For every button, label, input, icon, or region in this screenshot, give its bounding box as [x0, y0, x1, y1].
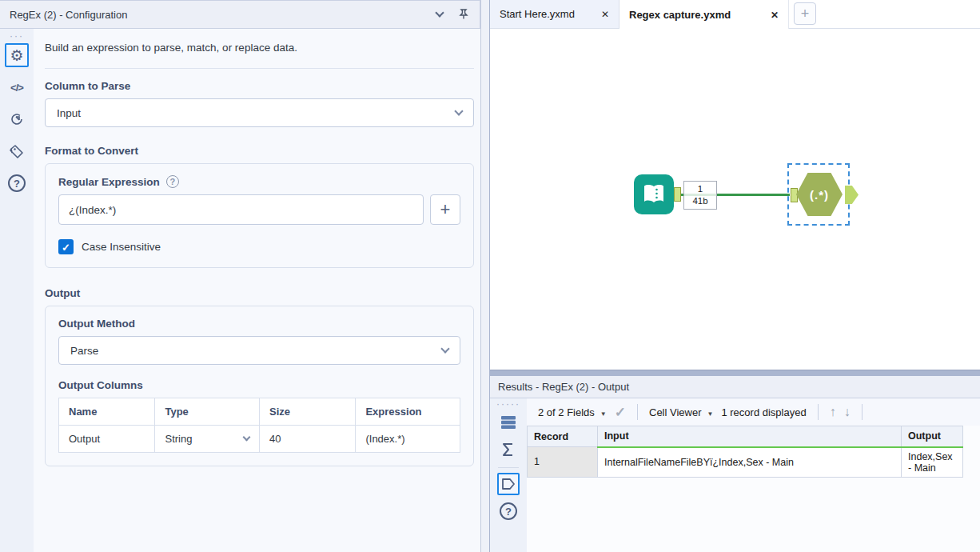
- input-value-cell[interactable]: InternalFileNameFileBYï¿Index,Sex - Main: [598, 447, 902, 478]
- results-splitter[interactable]: [490, 370, 980, 376]
- output-type-value: String: [165, 433, 192, 445]
- results-row: 1 InternalFileNameFileBYï¿Index,Sex - Ma…: [528, 447, 963, 478]
- tab-label: Regex capture.yxmd: [629, 9, 731, 21]
- code-icon[interactable]: </>: [5, 75, 29, 99]
- col-header-type: Type: [155, 398, 260, 426]
- help-icon[interactable]: ?: [497, 500, 520, 522]
- output-value-cell[interactable]: Index,Sex - Main: [902, 447, 963, 478]
- format-to-convert-label: Format to Convert: [45, 145, 474, 157]
- grip-dots-icon[interactable]: ·····: [496, 400, 520, 408]
- config-description: Build an expression to parse, match, or …: [45, 42, 474, 54]
- cell-viewer-dropdown[interactable]: Cell Viewer: [649, 406, 713, 418]
- output-method-label: Output Method: [58, 318, 460, 330]
- output-method-value: Parse: [70, 345, 98, 357]
- record-number-cell[interactable]: 1: [528, 447, 598, 478]
- new-tab-button[interactable]: [794, 2, 816, 25]
- close-icon[interactable]: [771, 9, 779, 21]
- grip-dots-icon[interactable]: ···: [10, 32, 24, 40]
- results-icon-strip: ····· ?: [490, 398, 527, 552]
- divider: [498, 467, 519, 468]
- output-size-cell[interactable]: 40: [259, 426, 355, 453]
- results-table: Record Input Output 1 InternalFileNameFi…: [527, 426, 963, 478]
- regex-input[interactable]: [58, 194, 424, 225]
- output-columns-label: Output Columns: [58, 379, 460, 391]
- results-toolbar: 2 of 2 Fields Cell Viewer 1 record displ…: [527, 398, 980, 426]
- column-to-parse-select[interactable]: Input: [45, 98, 474, 127]
- data-page-icon[interactable]: [497, 473, 520, 495]
- output-expression-cell[interactable]: (Index.*): [356, 426, 460, 453]
- column-to-parse-label: Column to Parse: [45, 80, 474, 92]
- configuration-title: RegEx (2) - Configuration: [10, 9, 436, 21]
- table-row: Output String 40 (Index.*): [59, 426, 460, 453]
- configuration-panel-header: RegEx (2) - Configuration: [0, 0, 480, 29]
- results-col-input[interactable]: Input: [598, 426, 902, 447]
- record-count: 1: [698, 183, 703, 195]
- output-type-cell[interactable]: String: [155, 426, 260, 453]
- arrow-up-icon[interactable]: [830, 405, 836, 419]
- config-content: Build an expression to parse, match, or …: [34, 29, 480, 552]
- regex-tool-icon[interactable]: (.*): [796, 172, 843, 217]
- format-to-convert-group: Regular Expression ? Case Insensitive: [45, 163, 474, 268]
- fields-dropdown[interactable]: 2 of 2 Fields: [538, 406, 607, 418]
- workflow-canvas[interactable]: 1 41b (.*): [490, 29, 980, 370]
- text-input-tool[interactable]: [634, 174, 674, 214]
- chevron-down-icon: [440, 344, 449, 353]
- divider: [818, 404, 819, 420]
- output-method-select[interactable]: Parse: [58, 336, 460, 365]
- tab-regex-capture[interactable]: Regex capture.yxmd: [619, 0, 789, 29]
- panel-splitter[interactable]: [480, 0, 490, 552]
- table-header-row: Name Type Size Expression: [59, 398, 460, 426]
- results-panel: ····· ? 2 of 2 Fields: [490, 398, 980, 552]
- refresh-arrow-icon[interactable]: [5, 107, 29, 131]
- connection-annotation[interactable]: 1 41b: [683, 181, 717, 210]
- configuration-panel: RegEx (2) - Configuration ··· ⚙ </> ? Bu…: [0, 0, 480, 552]
- output-label: Output: [45, 287, 474, 299]
- divider: [637, 404, 638, 420]
- chevron-down-icon: [243, 434, 251, 442]
- caret-down-icon: [707, 406, 714, 418]
- results-col-output[interactable]: Output: [902, 426, 963, 447]
- close-icon[interactable]: [601, 8, 609, 20]
- plus-icon: [440, 201, 451, 218]
- table-rows-icon[interactable]: [497, 411, 520, 434]
- regex-help-icon[interactable]: ?: [166, 175, 179, 188]
- chevron-down-icon[interactable]: [435, 8, 444, 17]
- case-insensitive-label: Case Insensitive: [82, 241, 161, 253]
- config-icon-strip: ··· ⚙ </> ?: [0, 29, 34, 552]
- regular-expression-label: Regular Expression: [58, 176, 160, 188]
- output-name-cell[interactable]: Output: [59, 426, 155, 453]
- records-displayed-text: 1 record displayed: [721, 406, 806, 418]
- output-columns-table: Name Type Size Expression Output String …: [58, 398, 460, 453]
- tab-label: Start Here.yxmd: [500, 8, 575, 20]
- fields-dropdown-label: 2 of 2 Fields: [538, 406, 595, 418]
- col-header-expression: Expression: [356, 398, 460, 426]
- chevron-down-icon: [454, 106, 463, 115]
- alteryx-designer-window: RegEx (2) - Configuration ··· ⚙ </> ? Bu…: [0, 0, 980, 552]
- arrow-down-icon[interactable]: [844, 405, 851, 419]
- results-col-record[interactable]: Record: [528, 426, 598, 447]
- divider: [45, 68, 474, 69]
- sigma-icon[interactable]: [497, 438, 520, 461]
- results-title: Results - RegEx (2) - Output: [498, 381, 629, 393]
- workflow-tab-bar: Start Here.yxmd Regex capture.yxmd: [490, 0, 980, 29]
- case-insensitive-checkbox[interactable]: [58, 239, 74, 254]
- output-anchor[interactable]: [845, 186, 858, 204]
- results-header-row: Record Input Output: [528, 426, 963, 447]
- gear-icon[interactable]: ⚙: [5, 43, 29, 67]
- output-group: Output Method Parse Output Columns Name …: [45, 306, 474, 466]
- help-icon[interactable]: ?: [5, 171, 29, 195]
- col-header-size: Size: [259, 398, 355, 426]
- output-anchor[interactable]: [674, 187, 681, 202]
- pin-icon[interactable]: [457, 8, 470, 21]
- check-icon: [62, 240, 70, 254]
- column-to-parse-value: Input: [57, 107, 81, 119]
- cell-viewer-label: Cell Viewer: [649, 406, 702, 418]
- results-panel-header: Results - RegEx (2) - Output: [490, 376, 980, 398]
- regex-tool-selected[interactable]: (.*): [787, 163, 850, 226]
- tag-icon[interactable]: [5, 139, 29, 163]
- apply-check-icon[interactable]: [615, 404, 626, 421]
- tab-start-here[interactable]: Start Here.yxmd: [490, 0, 619, 28]
- col-header-name: Name: [59, 398, 155, 426]
- regex-glyph: (.*): [810, 188, 829, 202]
- add-expression-button[interactable]: [430, 194, 460, 225]
